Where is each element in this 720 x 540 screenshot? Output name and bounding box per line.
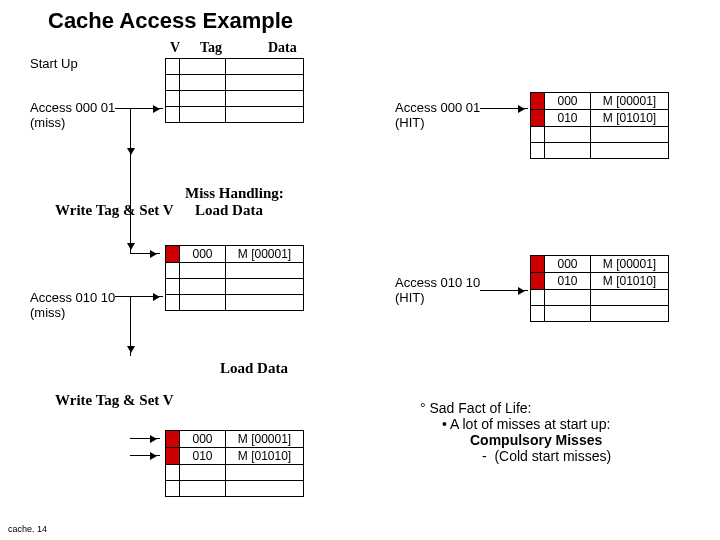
cache-table-hit2: 000M [00001] 010M [01010] xyxy=(530,255,669,322)
miss-handling-label: Miss Handling: xyxy=(185,185,284,202)
arrow-write2a xyxy=(130,438,160,439)
cache-table-fill1: 000M [00001] xyxy=(165,245,304,311)
access1-miss-label: Access 000 01(miss) xyxy=(30,100,115,130)
arrow-hit2 xyxy=(480,290,528,291)
arrow-down2 xyxy=(130,296,131,356)
col-v: V xyxy=(170,40,180,56)
arrow-access2 xyxy=(115,296,163,297)
col-data: Data xyxy=(268,40,297,56)
facts-block: ° Sad Fact of Life: • A lot of misses at… xyxy=(420,400,611,464)
cache-table-fill2: 000M [00001] 010M [01010] xyxy=(165,430,304,497)
access2-hit-label: Access 010 10(HIT) xyxy=(395,275,480,305)
col-tag: Tag xyxy=(200,40,222,56)
writetag1-label: Write Tag & Set V xyxy=(55,202,174,219)
arrow-write2b xyxy=(130,455,160,456)
cache-table-startup xyxy=(165,58,304,123)
startup-label: Start Up xyxy=(30,56,78,71)
arrow-hit1 xyxy=(480,108,528,109)
cache-table-hit1: 000M [00001] 010M [01010] xyxy=(530,92,669,159)
loaddata2-label: Load Data xyxy=(220,360,288,377)
access1-hit-label: Access 000 01(HIT) xyxy=(395,100,480,130)
writetag2-label: Write Tag & Set V xyxy=(55,392,174,409)
vline1 xyxy=(130,158,131,253)
slide-footer: cache. 14 xyxy=(8,524,47,534)
loaddata1-label: Load Data xyxy=(195,202,263,219)
arrow-down1 xyxy=(130,108,131,158)
page-title: Cache Access Example xyxy=(48,8,293,34)
arrow-access1 xyxy=(115,108,163,109)
access2-miss-label: Access 010 10(miss) xyxy=(30,290,115,320)
